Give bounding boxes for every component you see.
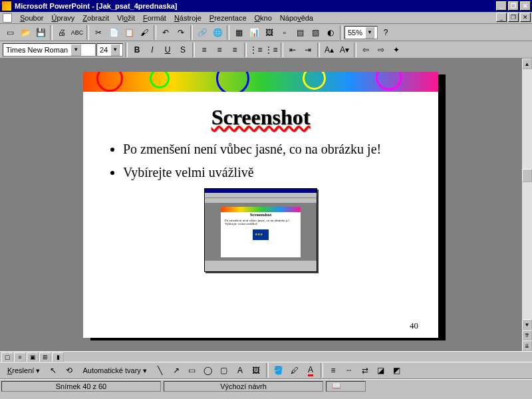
slide-layout-button[interactable]: ▤ <box>293 25 307 40</box>
animation-button[interactable]: ✦ <box>389 43 404 57</box>
clipart-button[interactable]: 🖼 <box>249 363 263 378</box>
numbering-button[interactable]: ⋮≡ <box>264 43 279 57</box>
vertical-scrollbar[interactable]: ▲ ▼ ⇈ ⇊ <box>521 59 532 351</box>
align-right-button[interactable]: ≡ <box>227 43 242 57</box>
new-button[interactable]: ▭ <box>3 25 17 40</box>
fill-color-button[interactable]: 🪣 <box>271 363 286 378</box>
chevron-down-icon: ▼ <box>365 27 374 39</box>
align-left-button[interactable]: ≡ <box>197 43 211 57</box>
next-slide-button[interactable]: ⇊ <box>522 340 532 351</box>
scroll-track[interactable] <box>522 69 532 319</box>
bullet-1: Po zmenšení není vůbec jasné, co na obrá… <box>123 142 412 157</box>
insert-table-button[interactable]: ▦ <box>231 25 246 40</box>
drawing-toolbar: Kreslení ▾ ↖ ⟲ Automatické tvary ▾ ╲ ↗ ▭… <box>0 362 532 379</box>
menu-prezentace[interactable]: Prezentace <box>205 13 251 23</box>
hyperlink-button[interactable]: 🔗 <box>195 25 209 40</box>
maximize-button[interactable]: ❐ <box>508 1 519 11</box>
open-button[interactable]: 📂 <box>18 25 33 40</box>
3d-style-button[interactable]: ◩ <box>390 363 404 378</box>
chevron-down-icon: ▼ <box>70 44 81 56</box>
increase-indent-button[interactable]: ⇥ <box>301 43 315 57</box>
demote-button[interactable]: ⇨ <box>374 43 388 57</box>
embedded-screenshot-image[interactable]: Screenshot Po zmenšení není vůbec jasné,… <box>204 188 317 272</box>
new-slide-button[interactable]: ▫ <box>277 25 292 40</box>
copy-button[interactable]: 📄 <box>106 25 121 40</box>
save-button[interactable]: 💾 <box>33 25 48 40</box>
font-color-button[interactable]: A <box>303 363 318 378</box>
arrow-button[interactable]: ↗ <box>169 363 184 378</box>
font-name-dropdown[interactable]: Times New Roman ▼ <box>3 43 96 57</box>
menu-nastroje[interactable]: Nástroje <box>170 13 205 23</box>
slide-page-number: 40 <box>410 321 418 331</box>
slide-title[interactable]: Screenshot <box>83 105 438 130</box>
arrow-style-button[interactable]: ⇄ <box>358 363 372 378</box>
rectangle-button[interactable]: ▭ <box>185 363 200 378</box>
wordart-button[interactable]: A <box>233 363 247 378</box>
menu-soubor[interactable]: SSouboroubor <box>16 13 47 23</box>
select-objects-button[interactable]: ↖ <box>46 363 61 378</box>
underline-button[interactable]: U <box>160 43 175 57</box>
line-color-button[interactable]: 🖊 <box>287 363 302 378</box>
menu-napoveda[interactable]: Nápověda <box>276 13 317 23</box>
help-button[interactable]: ? <box>378 25 393 40</box>
close-button[interactable]: ✕ <box>520 1 531 11</box>
font-size-dropdown[interactable]: 24 ▼ <box>96 43 123 57</box>
spellcheck-button[interactable]: ABC <box>70 25 84 40</box>
dash-style-button[interactable]: ┄ <box>342 363 356 378</box>
insert-chart-button[interactable]: 📊 <box>247 25 261 40</box>
normal-view-button[interactable]: ▢ <box>1 352 13 362</box>
draw-menu[interactable]: Kreslení ▾ <box>3 364 45 377</box>
slide-view-button[interactable]: ▣ <box>27 352 39 362</box>
zoom-dropdown[interactable]: 55% ▼ <box>344 26 378 39</box>
undo-button[interactable]: ↶ <box>158 25 173 40</box>
paste-button[interactable]: 📋 <box>122 25 136 40</box>
shadow-button[interactable]: S <box>176 43 190 57</box>
mdi-minimize-button[interactable]: _ <box>496 13 507 22</box>
textbox-button[interactable]: ▢ <box>217 363 231 378</box>
slideshow-button[interactable]: ▮ <box>52 352 64 362</box>
line-button[interactable]: ╲ <box>153 363 168 378</box>
oval-button[interactable]: ◯ <box>201 363 215 378</box>
mdi-close-button[interactable]: ✕ <box>520 13 531 22</box>
web-toolbar-button[interactable]: 🌐 <box>210 25 225 40</box>
slide[interactable]: Screenshot Po zmenšení není vůbec jasné,… <box>83 72 438 338</box>
font-shrink-button[interactable]: A▾ <box>337 43 352 57</box>
menu-vlozit[interactable]: Vložit <box>113 13 139 23</box>
shadow-style-button[interactable]: ◪ <box>374 363 388 378</box>
autoshapes-menu[interactable]: Automatické tvary ▾ <box>78 364 151 377</box>
apply-design-button[interactable]: ▧ <box>308 25 323 40</box>
scroll-thumb[interactable] <box>522 169 532 182</box>
slide-pane[interactable]: Screenshot Po zmenšení není vůbec jasné,… <box>0 59 521 351</box>
insert-clipart-button[interactable]: 🖼 <box>262 25 277 40</box>
promote-button[interactable]: ⇦ <box>358 43 373 57</box>
bw-view-button[interactable]: ◐ <box>323 25 338 40</box>
scroll-down-button[interactable]: ▼ <box>522 319 532 330</box>
doc-name: [Jak_psat_4prednaska] <box>96 2 178 10</box>
outline-view-button[interactable]: ≡ <box>14 352 26 362</box>
italic-button[interactable]: I <box>145 43 160 57</box>
scroll-up-button[interactable]: ▲ <box>522 59 532 69</box>
minimize-button[interactable]: _ <box>496 1 507 11</box>
status-bar: Snímek 40 z 60 Výchozí návrh 📖 <box>0 379 532 392</box>
print-button[interactable]: 🖨 <box>55 25 69 40</box>
menu-okno[interactable]: Okno <box>251 13 276 23</box>
font-grow-button[interactable]: A▴ <box>322 43 336 57</box>
title-bar: Microsoft PowerPoint - [Jak_psat_4predna… <box>0 0 532 12</box>
bullet-2: Vybírejte velmi uvážlivě <box>123 165 412 180</box>
rotate-button[interactable]: ⟲ <box>62 363 76 378</box>
mdi-restore-button[interactable]: ❐ <box>508 13 519 22</box>
line-style-button[interactable]: ≡ <box>326 363 340 378</box>
bullets-button[interactable]: ⋮≡ <box>249 43 263 57</box>
slide-body[interactable]: Po zmenšení není vůbec jasné, co na obrá… <box>83 130 438 180</box>
redo-button[interactable]: ↷ <box>174 25 188 40</box>
bold-button[interactable]: B <box>130 43 144 57</box>
format-painter-button[interactable]: 🖌 <box>137 25 152 40</box>
sorter-view-button[interactable]: ⊞ <box>39 352 51 362</box>
align-center-button[interactable]: ≡ <box>212 43 227 57</box>
cut-button[interactable]: ✂ <box>91 25 106 40</box>
menu-format[interactable]: Formát <box>139 13 170 23</box>
prev-slide-button[interactable]: ⇈ <box>522 330 532 340</box>
menu-upravy[interactable]: Úpravy <box>47 13 78 23</box>
menu-zobrazit[interactable]: Zobrazit <box>78 13 113 23</box>
decrease-indent-button[interactable]: ⇤ <box>285 43 300 57</box>
